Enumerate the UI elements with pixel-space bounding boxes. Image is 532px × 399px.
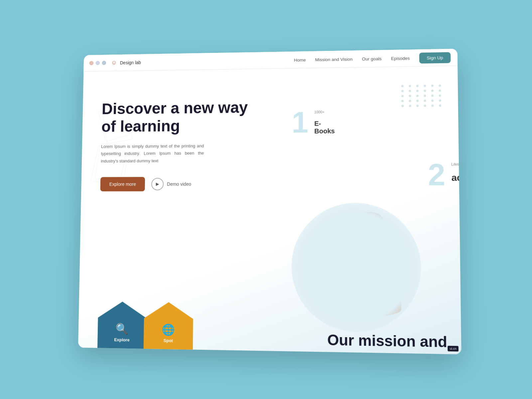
stat-ebooks: 1 1000+ E-Books [292,107,308,137]
hero-right: // Will be rendered inline below 1 1000+… [285,66,462,354]
page-content: Discover a new way of learning Lorem Ips… [78,66,462,354]
mission-text-bottom: Our mission and [327,332,447,351]
dot-green[interactable] [102,61,106,65]
hero-subtitle: Lorem Ipsum is simply dummy text of the … [101,143,204,165]
logo-icon: ☺ [111,59,118,66]
demo-video-button[interactable]: ▶ Demo video [151,178,191,190]
nav-goals[interactable]: Our goals [362,56,381,62]
brand-name: Design lab [120,60,141,65]
main-nav: Home Mission and Vision Our goals Episod… [294,49,451,68]
stat1-sub: 1000+ [314,110,325,114]
hero-actions: Explore more ▶ Demo video [100,177,269,191]
stat2-number: 2 [428,158,446,192]
nav-home[interactable]: Home [294,57,306,62]
spot-label: Spot [164,338,173,343]
stat1-number: 1 [292,106,308,139]
browser-dots [89,61,106,65]
spot-icon: 🌐 [162,323,175,336]
stat2-label: acess [451,172,461,183]
stat-access: 2 Lifetime acess [428,160,446,190]
signup-button[interactable]: Sign Up [419,52,451,63]
hero-title: Discover a new way of learning [101,98,269,135]
dot-red[interactable] [89,61,94,65]
dot-yellow[interactable] [96,61,100,65]
dots-decoration: // Dots will be injected by JS [401,84,444,107]
stat2-sub: Lifetime [451,162,462,166]
bottom-cards: 🔍 Explore 🌐 Spot [97,301,193,349]
dot-grid-decoration: // Will be rendered inline below [405,79,448,80]
explore-card[interactable]: 🔍 Explore [97,301,147,349]
spot-card[interactable]: 🌐 Spot [144,302,194,350]
watermark: ui.cn [448,346,459,351]
nav-mission[interactable]: Mission and Vision [315,57,352,62]
browser-window: ☺ Design lab Home Mission and Vision Our… [78,49,462,354]
explore-label: Explore [114,337,130,342]
stat1-label: E-Books [314,120,334,135]
explore-icon: 🔍 [115,323,129,335]
demo-label: Demo video [167,181,191,187]
play-icon: ▶ [151,178,164,190]
explore-button[interactable]: Explore more [100,177,145,191]
brand-logo: ☺ Design lab [111,59,141,66]
nav-episodes[interactable]: Episodes [391,56,410,61]
